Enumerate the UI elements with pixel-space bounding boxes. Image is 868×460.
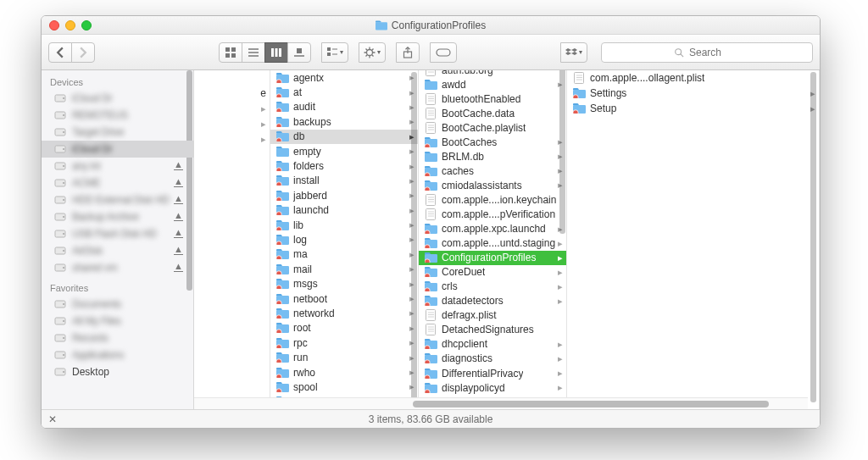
list-row[interactable]: audit▸ [270, 100, 418, 114]
list-row[interactable]: e [194, 86, 270, 101]
column-1[interactable]: agentx▸at▸audit▸backups▸db▸empty▸folders… [270, 70, 419, 409]
eject-button[interactable]: ▲ [174, 211, 183, 221]
list-row[interactable]: msgs▸ [270, 276, 418, 291]
sidebar-favorite-item[interactable]: Records [42, 330, 193, 346]
list-row[interactable]: dhcpclient▸ [419, 337, 566, 352]
list-row[interactable]: backups▸ [270, 114, 418, 129]
list-row[interactable]: ma▸ [270, 247, 418, 262]
list-row[interactable]: BootCache.playlist [419, 120, 566, 135]
eject-button[interactable]: ▲ [174, 160, 183, 170]
list-row[interactable]: Settings▸ [567, 86, 819, 101]
list-row[interactable]: datadetectors▸ [419, 294, 566, 308]
eject-button[interactable]: ▲ [174, 262, 183, 272]
list-row[interactable]: lib▸ [270, 218, 418, 232]
list-row[interactable]: Setup▸ [567, 101, 819, 116]
list-row[interactable]: com.apple....ollagent.plist [567, 70, 819, 86]
sidebar-favorite-item[interactable]: Desktop [42, 363, 193, 380]
cover-flow-button[interactable] [287, 42, 311, 63]
list-row[interactable]: bluetoothEnabled [419, 91, 566, 106]
list-row[interactable]: ▸ [194, 101, 270, 116]
list-row[interactable]: db▸ [270, 130, 418, 144]
list-row[interactable]: awdd▸ [419, 77, 566, 91]
column-view-button[interactable] [264, 42, 288, 63]
list-row[interactable]: com.apple....ion.keychain [419, 192, 566, 207]
dropbox-button[interactable]: ▾ [560, 42, 587, 63]
column-3[interactable]: com.apple....ollagent.plistSettings▸Setu… [567, 70, 820, 409]
list-row[interactable]: empty▸ [270, 144, 418, 158]
list-row[interactable]: BRLM.db▸ [419, 149, 566, 163]
list-row[interactable]: log▸ [270, 232, 418, 247]
list-row[interactable]: spool▸ [270, 380, 418, 394]
sidebar-favorite-item[interactable]: All My Files [42, 313, 193, 330]
action-button[interactable]: ▾ [359, 42, 386, 63]
list-row[interactable]: com.apple....untd.staging▸ [419, 236, 566, 251]
column-0[interactable]: e▸▸▸ [194, 70, 270, 409]
list-row[interactable]: caches▸ [419, 163, 566, 178]
sidebar-favorite-item[interactable]: Applications [42, 346, 193, 363]
list-row[interactable]: BootCaches▸ [419, 135, 566, 149]
list-row[interactable]: netboot▸ [270, 291, 418, 306]
list-row[interactable]: auth.db.org [419, 70, 566, 77]
sidebar-device-item[interactable]: AirDisk▲ [42, 242, 193, 259]
list-row[interactable]: mail▸ [270, 262, 418, 276]
list-row[interactable]: root▸ [270, 321, 418, 335]
sidebar-favorite-item[interactable]: Documents [42, 296, 193, 313]
close-path-bar-button[interactable]: ✕ [48, 413, 57, 425]
list-row[interactable]: networkd▸ [270, 306, 418, 320]
sidebar-device-item[interactable]: iCloud Dr [42, 90, 193, 107]
list-row[interactable]: displaypolicyd▸ [419, 380, 566, 395]
list-row[interactable]: jabberd▸ [270, 188, 418, 202]
sidebar-device-item[interactable]: ACME▲ [42, 175, 193, 191]
list-row[interactable]: CoreDuet▸ [419, 265, 566, 280]
list-row[interactable]: diagnostics▸ [419, 352, 566, 366]
list-row[interactable]: run▸ [270, 350, 418, 364]
list-row[interactable]: install▸ [270, 174, 418, 188]
list-row[interactable]: BootCache.data [419, 106, 566, 120]
column-scrollbar[interactable] [810, 72, 816, 402]
share-button[interactable] [396, 42, 420, 63]
horizontal-scrollbar[interactable] [194, 397, 808, 409]
zoom-button[interactable] [81, 20, 92, 30]
icon-view-button[interactable] [219, 42, 242, 63]
arrange-button[interactable]: ▾ [321, 42, 348, 63]
sidebar-device-item[interactable]: any int▲ [42, 158, 193, 175]
search-field[interactable] [601, 42, 813, 63]
list-row[interactable]: launchd▸ [270, 203, 418, 218]
back-button[interactable] [48, 42, 72, 63]
sidebar-device-item[interactable]: REMOTEUS [42, 107, 193, 124]
list-row[interactable]: ▸ [194, 116, 270, 131]
sidebar-device-item[interactable]: HDD External Disk HD▲ [42, 191, 193, 208]
sidebar-device-item[interactable]: USB Flash Disk HD▲ [42, 225, 193, 242]
column-scrollbar[interactable] [559, 70, 565, 234]
column-2[interactable]: auth.db.orgawdd▸bluetoothEnabledBootCach… [419, 70, 567, 409]
eject-button[interactable]: ▲ [174, 177, 183, 187]
list-row[interactable]: DetachedSignatures [419, 323, 566, 337]
search-input[interactable] [689, 47, 740, 58]
eject-button[interactable]: ▲ [174, 245, 183, 255]
list-row[interactable]: com.apple.xpc.launchd▸ [419, 222, 566, 236]
list-row[interactable]: DifferentialPrivacy▸ [419, 366, 566, 380]
list-row[interactable]: rpc▸ [270, 335, 418, 350]
list-row[interactable]: crls▸ [419, 280, 566, 294]
close-button[interactable] [49, 20, 59, 30]
minimize-button[interactable] [65, 20, 75, 30]
list-row[interactable]: folders▸ [270, 158, 418, 173]
list-row[interactable]: agentx▸ [270, 70, 418, 85]
list-view-button[interactable] [242, 42, 265, 63]
list-row[interactable]: com.apple....pVerification [419, 207, 566, 221]
list-row[interactable]: ▸ [194, 131, 270, 147]
eject-button[interactable]: ▲ [174, 228, 183, 238]
list-row[interactable]: defragx.plist [419, 308, 566, 323]
list-row[interactable]: rwho▸ [270, 365, 418, 380]
list-row[interactable]: at▸ [270, 85, 418, 99]
sidebar-device-item[interactable]: Backup Archive▲ [42, 208, 193, 225]
sidebar-device-item[interactable]: iCloud Dr [42, 141, 193, 158]
forward-button[interactable] [71, 42, 95, 63]
sidebar-device-item[interactable]: shared vm▲ [42, 259, 193, 276]
eject-button[interactable]: ▲ [174, 194, 183, 204]
list-row[interactable]: ConfigurationProfiles▸ [419, 251, 566, 265]
sidebar-device-item[interactable]: Target Drive [42, 124, 193, 141]
tags-button[interactable] [430, 42, 457, 63]
column-scrollbar[interactable] [411, 72, 417, 402]
list-row[interactable]: cmiodalassistants▸ [419, 178, 566, 192]
